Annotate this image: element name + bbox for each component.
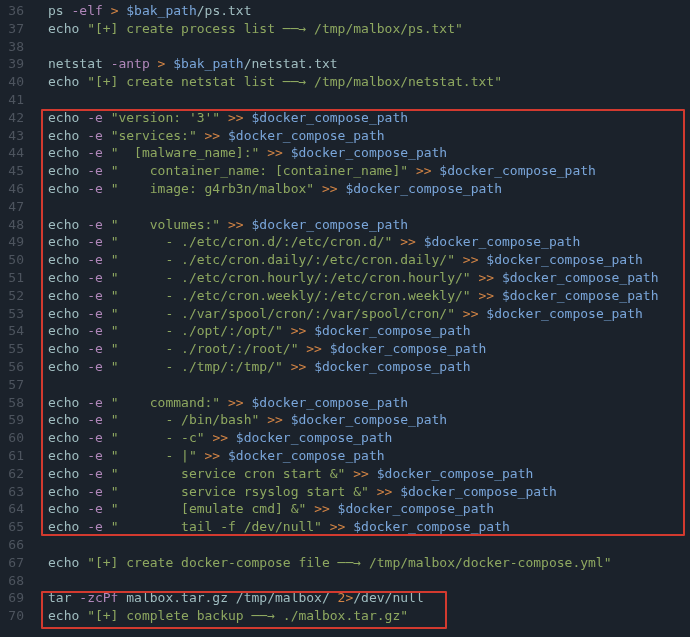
- token-op: >>: [212, 430, 228, 445]
- token-flag: -e: [87, 448, 103, 463]
- token-plain: [150, 56, 158, 71]
- token-plain: [228, 430, 236, 445]
- code-line: 38: [0, 38, 690, 56]
- token-plain: [103, 412, 111, 427]
- token-plain: [259, 412, 267, 427]
- token-cmd: echo: [48, 181, 79, 196]
- token-str: "[+] create netstat list ──→ /tmp/malbox…: [87, 74, 502, 89]
- token-flag: -e: [87, 359, 103, 374]
- line-number: 43: [0, 127, 34, 145]
- token-plain: [79, 145, 87, 160]
- code-line: 67echo "[+] create docker-compose file ─…: [0, 554, 690, 572]
- code-line: 41: [0, 91, 690, 109]
- token-flag: -e: [87, 110, 103, 125]
- token-cmd: echo: [48, 466, 79, 481]
- token-flag: -e: [87, 145, 103, 160]
- token-plain: [79, 466, 87, 481]
- token-plain: [283, 359, 291, 374]
- token-flag: -e: [87, 217, 103, 232]
- code-line: 53echo -e " - ./var/spool/cron/:/var/spo…: [0, 305, 690, 323]
- token-plain: [455, 252, 463, 267]
- line-content: echo -e "version: '3'" >> $docker_compos…: [34, 109, 408, 127]
- token-flag: -e: [87, 252, 103, 267]
- token-flag: -zcPf: [79, 590, 118, 605]
- code-line: 65echo -e " tail -f /dev/null" >> $docke…: [0, 518, 690, 536]
- token-plain: [322, 519, 330, 534]
- line-number: 59: [0, 411, 34, 429]
- code-line: 48echo -e " volumes:" >> $docker_compose…: [0, 216, 690, 234]
- line-content: echo -e " service rsyslog start &" >> $d…: [34, 483, 557, 501]
- token-plain: [103, 341, 111, 356]
- code-line: 56echo -e " - ./tmp/:/tmp/" >> $docker_c…: [0, 358, 690, 376]
- line-number: 56: [0, 358, 34, 376]
- token-var: $docker_compose_path: [486, 252, 643, 267]
- token-plain: [408, 163, 416, 178]
- token-var: $docker_compose_path: [400, 484, 557, 499]
- token-op: >>: [322, 181, 338, 196]
- token-cmd: echo: [48, 145, 79, 160]
- line-number: 60: [0, 429, 34, 447]
- token-plain: [103, 288, 111, 303]
- line-number: 58: [0, 394, 34, 412]
- line-number: 51: [0, 269, 34, 287]
- token-var: $docker_compose_path: [314, 359, 471, 374]
- token-str: " [emulate cmd] &": [111, 501, 307, 516]
- code-line: 42echo -e "version: '3'" >> $docker_comp…: [0, 109, 690, 127]
- token-str: " service rsyslog start &": [111, 484, 369, 499]
- token-str: " container_name: [container_name]": [111, 163, 408, 178]
- token-str: "services:": [111, 128, 197, 143]
- token-var: $docker_compose_path: [424, 234, 581, 249]
- token-var: $docker_compose_path: [228, 448, 385, 463]
- code-line: 70echo "[+] complete backup ──→ ./malbox…: [0, 607, 690, 625]
- token-cmd: echo: [48, 21, 79, 36]
- token-plain: [79, 430, 87, 445]
- line-content: echo -e " tail -f /dev/null" >> $docker_…: [34, 518, 510, 536]
- token-flag: -e: [87, 430, 103, 445]
- token-plain: [79, 128, 87, 143]
- token-plain: [103, 484, 111, 499]
- code-line: 68: [0, 572, 690, 590]
- token-plain: [79, 395, 87, 410]
- code-line: 50echo -e " - ./etc/cron.daily/:/etc/cro…: [0, 251, 690, 269]
- token-plain: [79, 359, 87, 374]
- line-content: echo -e " image: g4rb3n/malbox" >> $dock…: [34, 180, 502, 198]
- token-plain: [79, 217, 87, 232]
- code-line: 54echo -e " - ./opt/:/opt/" >> $docker_c…: [0, 322, 690, 340]
- token-str: " volumes:": [111, 217, 221, 232]
- line-number: 57: [0, 376, 34, 394]
- token-plain: [306, 501, 314, 516]
- line-number: 64: [0, 500, 34, 518]
- token-str: " service cron start &": [111, 466, 346, 481]
- token-var: $docker_compose_path: [338, 501, 495, 516]
- token-var: $docker_compose_path: [236, 430, 393, 445]
- token-plain: malbox.tar.gz /tmp/malbox/: [118, 590, 337, 605]
- token-op: >>: [463, 306, 479, 321]
- token-plain: [103, 270, 111, 285]
- token-plain: [103, 323, 111, 338]
- line-content: echo -e " - ./etc/cron.weekly/:/etc/cron…: [34, 287, 659, 305]
- token-plain: [220, 128, 228, 143]
- token-str: " tail -f /dev/null": [111, 519, 322, 534]
- token-var: $docker_compose_path: [345, 181, 502, 196]
- token-plain: [283, 323, 291, 338]
- line-number: 47: [0, 198, 34, 216]
- token-var: $docker_compose_path: [502, 288, 659, 303]
- token-plain: [416, 234, 424, 249]
- token-cmd: echo: [48, 501, 79, 516]
- line-content: ps -elf > $bak_path/ps.txt: [34, 2, 252, 20]
- token-flag: -e: [87, 466, 103, 481]
- line-content: echo -e " - ./etc/cron.hourly/:/etc/cron…: [34, 269, 659, 287]
- line-content: echo -e " - ./tmp/:/tmp/" >> $docker_com…: [34, 358, 471, 376]
- line-content: echo -e " - ./etc/cron.daily/:/etc/cron.…: [34, 251, 643, 269]
- token-op: >>: [416, 163, 432, 178]
- token-cmd: echo: [48, 110, 79, 125]
- token-op: >>: [314, 501, 330, 516]
- token-str: " - ./var/spool/cron/:/var/spool/cron/": [111, 306, 455, 321]
- token-flag: -e: [87, 128, 103, 143]
- token-plain: [103, 163, 111, 178]
- line-content: echo "[+] create netstat list ──→ /tmp/m…: [34, 73, 502, 91]
- token-op: >>: [205, 128, 221, 143]
- token-plain: [220, 395, 228, 410]
- token-op: >>: [228, 110, 244, 125]
- token-plain: /ps.txt: [197, 3, 252, 18]
